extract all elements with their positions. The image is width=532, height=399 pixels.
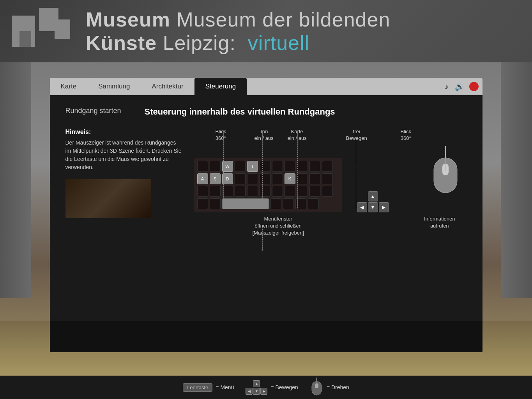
tab-steuerung[interactable]: Steuerung bbox=[194, 78, 247, 95]
key-v bbox=[247, 186, 258, 197]
key-shift bbox=[197, 186, 208, 197]
key-comma bbox=[297, 186, 308, 197]
dashed-line-4 bbox=[356, 131, 356, 208]
key-j bbox=[272, 173, 283, 184]
key-period bbox=[309, 186, 320, 197]
key-esc bbox=[197, 161, 208, 172]
dashed-line-2 bbox=[262, 131, 263, 208]
leertaste-key: Leertaste bbox=[183, 383, 212, 392]
bottom-mouse-svg bbox=[310, 378, 323, 397]
keyboard-bottom-labels: Menüfensteröffnen und schließen[Mauszeig… bbox=[194, 215, 467, 251]
hinweis-panel: Hinweis: Der Mauszeiger ist während des … bbox=[65, 129, 182, 251]
volume-icon[interactable]: 🔊 bbox=[453, 80, 466, 93]
bottom-arrow-right: ▶ bbox=[260, 388, 267, 395]
drehen-label: = Drehen bbox=[327, 384, 349, 390]
key-b bbox=[260, 186, 270, 197]
bottom-leertaste: Leertaste = Menü bbox=[183, 383, 234, 392]
key-f bbox=[235, 173, 246, 184]
key-semi bbox=[309, 173, 320, 184]
main-area: Karte Sammlung Architektur Steuerung ♪ 🔊… bbox=[0, 62, 532, 399]
keyboard-row-1: W T bbox=[197, 161, 339, 172]
tab-architektur[interactable]: Architektur bbox=[141, 78, 194, 95]
arrow-up: ▲ bbox=[368, 191, 378, 201]
bottom-arrow-up: ▲ bbox=[253, 380, 260, 387]
tab-bar: Karte Sammlung Architektur Steuerung ♪ 🔊 bbox=[50, 78, 483, 95]
hinweis-image bbox=[65, 179, 151, 218]
label-ton: Tonein / aus bbox=[255, 129, 274, 142]
tab-sammlung[interactable]: Sammlung bbox=[87, 78, 141, 95]
label-blick-right: Blick360° bbox=[401, 129, 411, 142]
keyboard-row-3 bbox=[197, 186, 339, 197]
close-icon[interactable] bbox=[469, 82, 479, 91]
label-info: Informationenaufrufen bbox=[424, 215, 455, 230]
key-n bbox=[272, 186, 283, 197]
bottom-arrow-down: ▼ bbox=[253, 388, 260, 395]
bottom-bar: Leertaste = Menü ▲ ◀ ▼ ▶ = Bewegen bbox=[0, 376, 532, 399]
dashed-line-1 bbox=[223, 131, 224, 208]
keyboard: W T bbox=[194, 158, 342, 212]
header-title: Museum Museum der bildenden Künste Leipz… bbox=[86, 8, 390, 55]
key-1 bbox=[210, 161, 221, 172]
dashed-line-space bbox=[262, 227, 263, 251]
rundgang-starten-link[interactable]: Rundgang starten bbox=[65, 107, 121, 117]
arrow-right: ▶ bbox=[379, 202, 389, 212]
header: Museum Museum der bildenden Künste Leipz… bbox=[0, 0, 532, 62]
key-dark-1 bbox=[270, 198, 281, 209]
bewegen-label: = Bewegen bbox=[270, 384, 298, 390]
key-apos bbox=[322, 173, 333, 184]
key-t: T bbox=[247, 161, 258, 172]
keyboard-top-labels: Blick360° Tonein / aus Karteein / aus fr… bbox=[194, 129, 467, 156]
key-z bbox=[210, 186, 221, 197]
key-d: D bbox=[222, 173, 233, 184]
museum-wall-left bbox=[0, 62, 31, 298]
hinweis-heading: Hinweis: bbox=[65, 129, 182, 136]
key-9 bbox=[309, 161, 320, 172]
bottom-arrow-bottom-row: ◀ ▼ ▶ bbox=[246, 388, 267, 395]
key-alt bbox=[210, 198, 221, 209]
title-line1: Museum Museum der bildenden bbox=[86, 8, 390, 31]
key-m bbox=[285, 186, 295, 197]
arrow-down: ▼ bbox=[368, 202, 378, 212]
dashed-line-3 bbox=[297, 131, 298, 208]
arrow-left: ◀ bbox=[357, 202, 367, 212]
tab-icons: ♪ 🔊 bbox=[443, 80, 483, 93]
key-dark-4 bbox=[308, 198, 319, 209]
music-icon[interactable]: ♪ bbox=[443, 81, 450, 93]
keyboard-with-lines: W T bbox=[194, 158, 467, 212]
key-k: K bbox=[285, 173, 295, 184]
key-s: S bbox=[210, 173, 221, 184]
menue-label: = Menü bbox=[216, 384, 234, 390]
key-5 bbox=[260, 161, 270, 172]
mouse-illustration bbox=[428, 146, 463, 198]
tab-karte[interactable]: Karte bbox=[50, 78, 88, 95]
main-panel: Karte Sammlung Architektur Steuerung ♪ 🔊… bbox=[50, 78, 483, 352]
key-ctrl bbox=[197, 198, 208, 209]
key-a: A bbox=[197, 173, 208, 184]
key-dark-2 bbox=[283, 198, 294, 209]
key-3 bbox=[235, 161, 246, 172]
key-c bbox=[235, 186, 246, 197]
key-l bbox=[297, 173, 308, 184]
panel-bottom-area bbox=[50, 321, 483, 352]
bottom-arrow-top-row: ▲ bbox=[253, 380, 260, 387]
label-menue: Menüfensteröffnen und schließen[Mauszeig… bbox=[253, 215, 304, 237]
label-frei-bewegen: freiBewegen bbox=[346, 129, 367, 142]
museum-wall-right bbox=[501, 62, 532, 298]
key-x bbox=[222, 186, 233, 197]
key-space bbox=[222, 198, 269, 209]
key-slash bbox=[322, 186, 333, 197]
bottom-drehen: = Drehen bbox=[310, 378, 349, 397]
panel-content: Rundgang starten Steuerung innerhalb des… bbox=[50, 95, 483, 321]
bottom-arrow-left: ◀ bbox=[246, 388, 253, 395]
mouse-svg bbox=[428, 146, 463, 197]
svg-rect-4 bbox=[315, 383, 318, 388]
header-logo bbox=[12, 8, 74, 55]
key-g bbox=[247, 173, 258, 184]
key-7 bbox=[285, 161, 295, 172]
title-line2: Künste Leipzig: virtuell bbox=[86, 31, 390, 55]
key-6 bbox=[272, 161, 283, 172]
key-w: W bbox=[222, 161, 233, 172]
key-h bbox=[260, 173, 270, 184]
content-body: Hinweis: Der Mauszeiger ist während des … bbox=[65, 129, 467, 251]
bottom-arrow-group: ▲ ◀ ▼ ▶ bbox=[246, 380, 267, 395]
